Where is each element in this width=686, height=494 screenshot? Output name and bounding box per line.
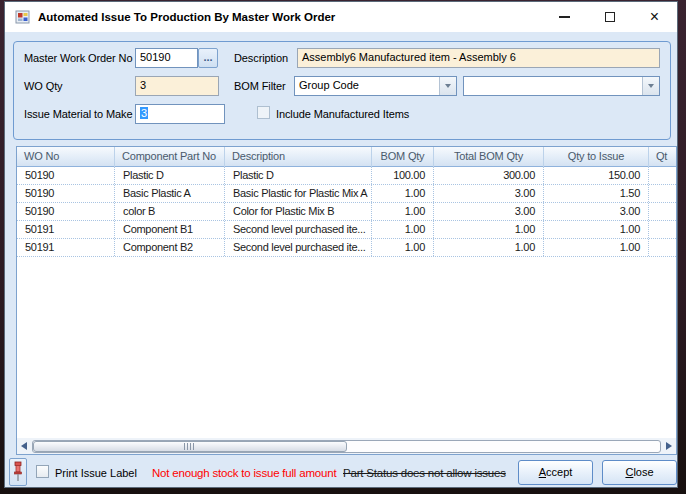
column-header[interactable]: Description [225, 147, 372, 167]
scrollbar-track[interactable] [32, 440, 661, 453]
table-cell: 1.00 [372, 185, 434, 202]
issue-material-input[interactable]: 3 [135, 104, 225, 124]
table-cell: Component B1 [115, 221, 225, 238]
pin-button[interactable] [9, 458, 27, 486]
column-header[interactable]: Qty to Issue [544, 147, 649, 167]
bom-filter-label: BOM Filter [234, 80, 286, 92]
table-cell: 150.00 [544, 167, 649, 184]
part-status-warning-text: Part Status does not allow issues [343, 467, 506, 479]
browse-button[interactable]: ... [198, 48, 218, 68]
table-cell: Second level purchased ite... [225, 239, 372, 256]
table-cell: 1.00 [434, 221, 544, 238]
table-cell [649, 239, 676, 256]
table-cell: Plastic D [115, 167, 225, 184]
table-cell: Second level purchased ite... [225, 221, 372, 238]
table-cell [649, 167, 676, 184]
column-header[interactable]: Component Part No [115, 147, 225, 167]
components-grid: WO NoComponent Part NoDescriptionBOM Qty… [16, 146, 677, 455]
table-cell: Basic Plastic for Plastic Mix A [225, 185, 372, 202]
close-window-button[interactable]: × [632, 2, 677, 32]
column-header[interactable]: BOM Qty [372, 147, 434, 167]
table-row[interactable]: 50190color BColor for Plastic Mix B1.003… [17, 203, 676, 221]
table-cell: 1.00 [372, 221, 434, 238]
stock-warning-text: Not enough stock to issue full amount [152, 467, 336, 479]
bom-filter-secondary-combo[interactable] [463, 76, 660, 96]
scroll-left-icon[interactable] [19, 441, 29, 451]
table-row[interactable]: 50190Basic Plastic ABasic Plastic for Pl… [17, 185, 676, 203]
include-manufactured-checkbox[interactable] [257, 106, 270, 119]
grid-body: 50190Plastic DPlastic D100.00300.00150.0… [17, 167, 676, 438]
accept-button[interactable]: Accept [518, 460, 593, 485]
table-cell: 300.00 [434, 167, 544, 184]
table-cell: 50191 [17, 221, 115, 238]
table-cell: color B [115, 203, 225, 220]
wo-qty-label: WO Qty [24, 80, 63, 92]
grid-header: WO NoComponent Part NoDescriptionBOM Qty… [17, 147, 676, 167]
table-cell: 3.00 [434, 185, 544, 202]
minimize-button[interactable] [542, 2, 587, 32]
issue-material-label: Issue Material to Make [24, 108, 132, 120]
table-cell: 3.00 [434, 203, 544, 220]
column-header[interactable]: Qt [649, 147, 677, 167]
table-cell: Basic Plastic A [115, 185, 225, 202]
header-panel: Master Work Order No 50190 ... Descripti… [13, 41, 671, 140]
bom-filter-combo[interactable]: Group Code [294, 76, 457, 96]
table-cell: 100.00 [372, 167, 434, 184]
grip-icon [184, 443, 195, 450]
chevron-down-icon[interactable] [439, 77, 456, 95]
table-cell [649, 185, 676, 202]
minimize-icon [559, 16, 570, 18]
app-icon [15, 9, 31, 25]
table-cell: 3.00 [544, 203, 649, 220]
table-cell: 50190 [17, 203, 115, 220]
master-work-order-label: Master Work Order No [24, 52, 132, 64]
table-cell [649, 221, 676, 238]
print-issue-label-text: Print Issue Label [55, 467, 137, 479]
pushpin-icon [12, 461, 24, 483]
table-cell: 1.00 [372, 203, 434, 220]
table-cell: 1.00 [544, 239, 649, 256]
maximize-icon [605, 12, 615, 22]
print-issue-label-checkbox[interactable] [36, 465, 49, 478]
selected-text: 3 [140, 107, 148, 119]
column-header[interactable]: Total BOM Qty [434, 147, 544, 167]
maximize-button[interactable] [587, 2, 632, 32]
scrollbar-thumb[interactable] [33, 441, 347, 452]
table-cell: Component B2 [115, 239, 225, 256]
table-cell: 50190 [17, 185, 115, 202]
table-cell: 1.00 [544, 221, 649, 238]
description-field: Assembly6 Manufactured item - Assembly 6 [297, 48, 660, 68]
table-cell: 1.00 [372, 239, 434, 256]
master-work-order-input[interactable]: 50190 [135, 48, 198, 68]
table-cell: 1.50 [544, 185, 649, 202]
table-row[interactable]: 50191Component B2Second level purchased … [17, 239, 676, 257]
close-icon: × [650, 2, 659, 32]
titlebar[interactable]: Automated Issue To Production By Master … [5, 2, 677, 32]
table-row[interactable]: 50191Component B1Second level purchased … [17, 221, 676, 239]
table-cell: 1.00 [434, 239, 544, 256]
chevron-down-icon[interactable] [642, 77, 659, 95]
desktop-background: Automated Issue To Production By Master … [0, 0, 686, 494]
table-cell: 50191 [17, 239, 115, 256]
scroll-right-icon[interactable] [664, 441, 674, 451]
window-title: Automated Issue To Production By Master … [38, 2, 335, 32]
close-button[interactable]: Close [602, 460, 677, 485]
horizontal-scrollbar[interactable] [17, 438, 676, 454]
description-label: Description [234, 52, 288, 64]
include-manufactured-label: Include Manufactured Items [276, 108, 409, 120]
table-cell [649, 203, 676, 220]
table-cell: 50190 [17, 167, 115, 184]
wo-qty-field: 3 [135, 76, 219, 96]
table-cell: Plastic D [225, 167, 372, 184]
dialog-window: Automated Issue To Production By Master … [4, 1, 678, 488]
table-cell: Color for Plastic Mix B [225, 203, 372, 220]
column-header[interactable]: WO No [17, 147, 115, 167]
bom-filter-value: Group Code [299, 79, 436, 91]
table-row[interactable]: 50190Plastic DPlastic D100.00300.00150.0… [17, 167, 676, 185]
